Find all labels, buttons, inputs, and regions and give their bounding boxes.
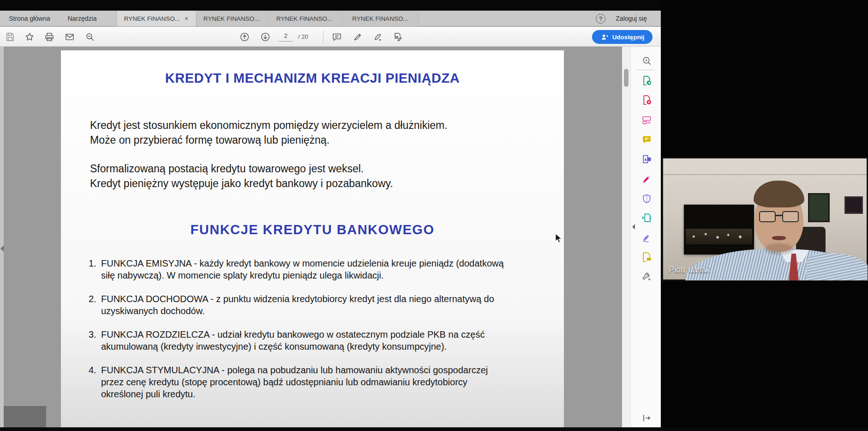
slide-title: KREDYT I MECHANIZM KREACJI PIENIĄDZA (61, 71, 564, 86)
scrollbar-thumb[interactable] (624, 69, 629, 87)
screen: Strona główna Narzędzia RYNEK FINANSO...… (0, 0, 868, 431)
comment-tool-icon[interactable] (641, 134, 652, 146)
tab-tools[interactable]: Narzędzia (59, 11, 105, 26)
pdf-page: KREDYT I MECHANIZM KREACJI PIENIĄDZA Kre… (61, 50, 564, 427)
protect-icon[interactable] (641, 193, 652, 205)
panel-divider (637, 70, 655, 70)
document-tab-3[interactable]: RYNEK FINANSO... (267, 11, 341, 26)
left-gutter (0, 47, 4, 427)
fill-sign-tool-icon[interactable] (641, 173, 652, 185)
window-bottom-bar (0, 427, 868, 431)
glasses (759, 211, 799, 223)
more-tools-icon[interactable] (641, 271, 652, 282)
list-item: 4. FUNKCJA STYMULACYJNA - polega na pobu… (89, 364, 504, 400)
webcam-room-background (663, 158, 867, 279)
vertical-scrollbar[interactable] (622, 47, 630, 427)
search-document-icon[interactable] (641, 55, 652, 67)
share-button[interactable]: Udostępnij (592, 30, 652, 44)
toolbar-divider (323, 30, 323, 43)
share-button-label: Udostępnij (612, 34, 645, 41)
list-item-text: FUNKCJA EMISYJNA - każdy kredyt bankowy … (101, 258, 504, 280)
document-tab-1[interactable]: RYNEK FINANSO... × (116, 11, 196, 26)
sign-in-link[interactable]: Zaloguj się (616, 15, 647, 22)
close-tab-icon[interactable]: × (185, 15, 188, 22)
mouth (772, 236, 786, 240)
previous-page-edge-arrow[interactable] (0, 245, 4, 252)
export-pdf-icon[interactable] (641, 75, 652, 86)
paragraph-2: Sformalizowaną postacią kredytu towarowe… (90, 161, 393, 191)
star-favorite-icon[interactable] (24, 31, 35, 42)
wall-frame-right (844, 196, 863, 214)
expand-panel-icon[interactable] (641, 413, 652, 424)
list-item: 3. FUNKCJA ROZDZIELCZA - udział kredytu … (89, 328, 504, 352)
highlighter-icon[interactable] (352, 31, 363, 42)
person-plus-icon (600, 33, 609, 42)
compress-pdf-icon[interactable] (641, 212, 652, 224)
next-page-icon[interactable] (260, 31, 271, 42)
paragraph-2-line-1: Sformalizowaną postacią kredytu towarowe… (90, 161, 393, 176)
collapse-panel-icon[interactable] (632, 224, 635, 230)
participant-hair (754, 181, 804, 207)
fill-sign-icon[interactable] (372, 31, 383, 42)
document-tab-2-label: RYNEK FINANSO... (204, 15, 259, 22)
tab-bar: Strona główna Narzędzia RYNEK FINANSO...… (0, 11, 661, 26)
certificates-icon[interactable] (641, 232, 652, 243)
email-icon[interactable] (64, 31, 75, 42)
tools-panel (630, 47, 661, 427)
list-item: 2. FUNKCJA DOCHODOWA - z punktu widzenia… (89, 293, 504, 317)
zoom-search-icon[interactable] (84, 31, 96, 42)
page-total-label: / 20 (298, 33, 308, 40)
create-pdf-icon[interactable] (641, 94, 652, 106)
document-tab-2[interactable]: RYNEK FINANSO... (196, 11, 266, 26)
list-item-text: FUNKCJA DOCHODOWA - z punktu widzenia kr… (101, 294, 494, 316)
paragraph-1: Kredyt jest stosunkiem ekonomicznym pomi… (90, 118, 448, 147)
paragraph-1-line-2: Może on przybierać formę towarową lub pi… (90, 133, 448, 147)
toolbar: 2 / 20 Udostępnij (0, 27, 661, 47)
stamp-tools-icon[interactable] (392, 31, 403, 42)
acrobat-window: Strona główna Narzędzia RYNEK FINANSO...… (0, 11, 661, 427)
document-tab-4[interactable]: RYNEK FINANSO... (342, 11, 419, 26)
list-item-number: 2. (89, 293, 96, 305)
participant-name-label: Piotr Łasak (669, 265, 710, 275)
share-for-review-icon[interactable] (641, 251, 652, 263)
wall-painting (684, 205, 754, 255)
help-icon[interactable]: ? (596, 14, 605, 24)
combine-files-icon[interactable] (641, 153, 652, 165)
save-icon[interactable] (5, 31, 16, 42)
wall-frame-left (808, 193, 830, 222)
document-tab-1-label: RYNEK FINANSO... (124, 15, 180, 22)
edit-pdf-icon[interactable] (641, 114, 652, 126)
section-heading: FUNKCJE KREDYTU BANKOWEGO (61, 222, 564, 237)
previous-page-icon[interactable] (239, 31, 250, 42)
list-item-number: 4. (89, 364, 96, 376)
list-item-text: FUNKCJA STYMULACYJNA - polega na pobudza… (101, 365, 488, 399)
document-tab-4-label: RYNEK FINANSO... (352, 15, 408, 22)
comment-icon[interactable] (331, 31, 342, 42)
webcam-video: Piotr Łasak (662, 157, 868, 281)
bottom-left-dark-region (4, 406, 46, 427)
video-call-region: Piotr Łasak (661, 0, 868, 431)
list-item: 1. FUNKCJA EMISYJNA - każdy kredyt banko… (89, 257, 504, 281)
list-item-number: 1. (89, 257, 96, 269)
functions-list: 1. FUNKCJA EMISYJNA - każdy kredyt banko… (89, 257, 504, 412)
print-icon[interactable] (44, 31, 55, 42)
chin-shadow (765, 243, 793, 255)
paragraph-1-line-1: Kredyt jest stosunkiem ekonomicznym pomi… (90, 118, 448, 133)
document-tab-3-label: RYNEK FINANSO... (276, 15, 332, 22)
mouse-cursor (555, 233, 563, 243)
tab-home[interactable]: Strona główna (3, 11, 56, 26)
participant-head (754, 182, 803, 252)
list-item-number: 3. (89, 328, 96, 340)
paragraph-2-line-2: Kredyt pieniężny występuje jako kredyt b… (90, 176, 393, 191)
participant-shirt (806, 253, 868, 281)
ceiling-line (663, 174, 867, 175)
list-item-text: FUNKCJA ROZDZIELCZA - udział kredytu ban… (101, 329, 485, 352)
page-number-input[interactable]: 2 (279, 32, 293, 42)
